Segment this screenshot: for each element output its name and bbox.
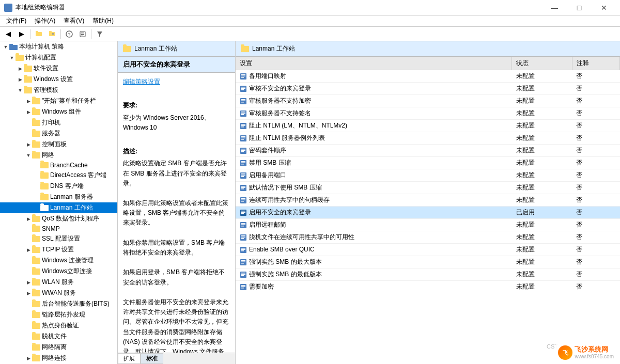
tree-item-admin-templates[interactable]: 管理模板 <box>0 85 117 96</box>
back-button[interactable]: ◀ <box>2 28 14 40</box>
svg-rect-73 <box>241 249 245 250</box>
minimize-button[interactable]: — <box>542 0 566 15</box>
tree-item-printer[interactable]: 打印机 <box>0 117 117 128</box>
network-expand <box>25 152 32 159</box>
svg-rect-30 <box>241 114 244 115</box>
tree-item-offline-files[interactable]: 脱机文件 <box>0 331 117 342</box>
col-status[interactable]: 状态 <box>512 57 572 70</box>
up-button[interactable] <box>33 28 45 40</box>
tree-item-dns[interactable]: DNS 客户端 <box>0 181 117 192</box>
table-header-row: 设置 状态 注释 <box>236 57 620 70</box>
svg-rect-74 <box>241 250 244 251</box>
tree-item-hotspot-auth[interactable]: 热点身份验证 <box>0 320 117 331</box>
tree-item-direct-access[interactable]: DirectAccess 客户端 <box>0 170 117 181</box>
tree-item-tcpip[interactable]: TCPIP 设置 <box>0 244 117 255</box>
cell-status: 未配置 <box>512 120 572 132</box>
table-row[interactable]: 需要加密未配置否 <box>236 281 620 293</box>
tree-item-lanman-workstation[interactable]: Lanman 工作站 <box>0 202 117 213</box>
table-row[interactable]: 审核服务器不支持加密未配置否 <box>236 95 620 107</box>
properties-button[interactable] <box>76 28 89 40</box>
tree-item-net-isolation[interactable]: 网络隔离 <box>0 342 117 353</box>
tab-standard[interactable]: 标准 <box>141 353 163 364</box>
filter-button[interactable] <box>94 28 106 40</box>
forward-button[interactable]: ▶ <box>16 28 28 40</box>
table-row[interactable]: 强制实施 SMB 的最大版本未配置否 <box>236 256 620 268</box>
svg-rect-13 <box>9 45 18 50</box>
tree-item-ssl[interactable]: SSL 配置设置 <box>0 233 117 244</box>
ssl-icon <box>32 235 40 243</box>
tree-item-wwan[interactable]: WWAN 服务 <box>0 288 117 298</box>
svg-rect-1 <box>36 31 38 33</box>
tree-item-network[interactable]: 网络 <box>0 150 117 161</box>
cell-comment: 否 <box>572 107 619 120</box>
svg-rect-26 <box>241 102 244 103</box>
table-row[interactable]: 密码套件顺序未配置否 <box>236 145 620 157</box>
table-row[interactable]: 启用不安全的来宾登录已启用否 <box>236 207 620 219</box>
tree-item-software-settings[interactable]: 软件设置 <box>0 63 117 74</box>
svg-rect-46 <box>241 164 244 165</box>
table-row[interactable]: 阻止 NTLM (LM、NTLM、NTLMv2)未配置否 <box>236 120 620 132</box>
tree-label-win-settings: Windows 设置 <box>34 75 73 84</box>
desc-edit-link[interactable]: 编辑策略设置 <box>123 78 160 85</box>
menu-help[interactable]: 帮助(H) <box>88 15 118 26</box>
tree-item-server[interactable]: 服务器 <box>0 128 117 139</box>
table-row[interactable]: Enable SMB over QUIC未配置否 <box>236 244 620 256</box>
table-row[interactable]: 连续可用性共享中的句柄缓存未配置否 <box>236 194 620 207</box>
tree-item-wlan[interactable]: WLAN 服务 <box>0 277 117 288</box>
table-row[interactable]: 启用备用端口未配置否 <box>236 169 620 182</box>
cell-status: 未配置 <box>512 256 572 268</box>
help-button[interactable]: ? <box>63 28 75 40</box>
tree-item-computer-config[interactable]: 计算机配置 <box>0 52 117 63</box>
table-row[interactable]: 审核服务器不支持签名未配置否 <box>236 107 620 120</box>
menu-view[interactable]: 查看(V) <box>59 15 88 26</box>
tree-item-ai-transfer[interactable]: 后台智能传送服务(BITS) <box>0 298 117 309</box>
cell-comment: 否 <box>572 157 619 169</box>
col-setting[interactable]: 设置 <box>236 57 512 70</box>
table-row[interactable]: 启用远程邮简未配置否 <box>236 219 620 231</box>
app-icon <box>4 4 12 12</box>
tree-item-win-components[interactable]: Windows 组件 <box>0 106 117 117</box>
tree-item-win-connect[interactable]: Windows 连接管理 <box>0 255 117 266</box>
win-comp-icon <box>32 108 40 116</box>
col-comment[interactable]: 注释 <box>572 57 619 70</box>
tree-root[interactable]: 本地计算机 策略 <box>0 41 117 52</box>
table-row[interactable]: 备用端口映射未配置否 <box>236 70 620 83</box>
close-button[interactable]: ✕ <box>592 0 616 15</box>
tree-item-qos[interactable]: QoS 数据包计划程序 <box>0 213 117 224</box>
cell-setting: 脱机文件在连续可用性共享中的可用性 <box>236 231 512 244</box>
table-row[interactable]: 审核不安全的来宾登录未配置否 <box>236 83 620 95</box>
tree-item-net-connect[interactable]: 网络连接 <box>0 353 117 363</box>
table-row[interactable]: 阻止 NTLM 服务器例外列表未配置否 <box>236 132 620 145</box>
menu-file[interactable]: 文件(F) <box>2 15 30 26</box>
table-row[interactable]: 默认情况下使用 SMB 压缩未配置否 <box>236 182 620 194</box>
cell-status: 未配置 <box>512 95 572 107</box>
desc-text-4: 如果启用登录，SMB 客户端将拒绝不安全的访客登录。 <box>123 267 230 287</box>
table-row[interactable]: 脱机文件在连续可用性共享中的可用性未配置否 <box>236 231 620 244</box>
cell-status: 未配置 <box>512 107 572 120</box>
tree-item-topology[interactable]: 链路层拓扑发现 <box>0 309 117 320</box>
svg-rect-80 <box>241 273 245 274</box>
da-icon <box>40 172 49 179</box>
tree-item-control-panel[interactable]: 控制面板 <box>0 139 117 150</box>
maximize-button[interactable]: □ <box>567 0 591 15</box>
dns-icon <box>40 183 49 190</box>
tree-item-lanman-server[interactable]: Lanman 服务器 <box>0 192 117 202</box>
svg-rect-18 <box>241 77 244 78</box>
tree-item-start-menu[interactable]: "开始"菜单和任务栏 <box>0 96 117 106</box>
content-panel: Lanman 工作站 设置 状态 注释 备用端口映射未配置否 审核不安全的来宾登… <box>236 41 620 364</box>
cell-setting: 默认情况下使用 SMB 压缩 <box>236 182 512 194</box>
table-row[interactable]: 禁用 SMB 压缩未配置否 <box>236 157 620 169</box>
table-row[interactable]: 强制实施 SMB 的最低版本未配置否 <box>236 268 620 281</box>
show-scope-button[interactable] <box>46 28 58 40</box>
tree-item-windows-settings[interactable]: Windows 设置 <box>0 74 117 85</box>
tab-expand[interactable]: 扩展 <box>118 353 141 364</box>
cell-status: 未配置 <box>512 268 572 281</box>
svg-rect-56 <box>241 198 245 199</box>
tree-label-bc: BranchCache <box>50 162 88 169</box>
tree-item-snmp[interactable]: SNMP <box>0 224 117 233</box>
tree-item-branch-cache[interactable]: BranchCache <box>0 161 117 170</box>
menu-action[interactable]: 操作(A) <box>30 15 59 26</box>
tree-item-win-hotspot[interactable]: Windows立即连接 <box>0 266 117 277</box>
cell-setting: Enable SMB over QUIC <box>236 244 512 256</box>
cell-comment: 否 <box>572 244 619 256</box>
